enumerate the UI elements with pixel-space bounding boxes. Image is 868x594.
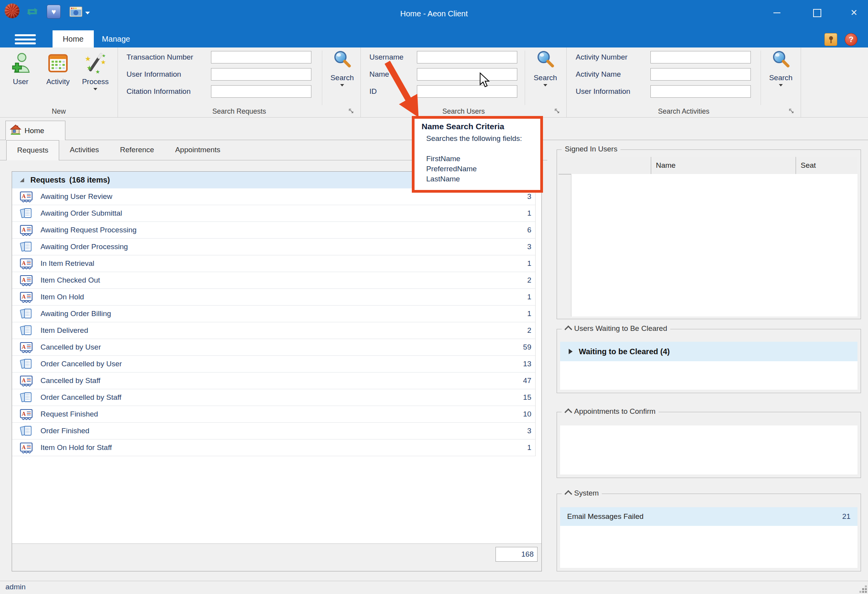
list-item[interactable]: Order Finished 3 [12,423,535,439]
chevron-down-icon [85,12,90,14]
svg-text:★: ★ [85,55,91,63]
list-item[interactable]: Order Cancelled by User 13 [12,356,535,373]
new-activity-button[interactable]: Activity [42,51,74,90]
resize-grip[interactable] [865,591,867,593]
ribbon-tab-manage[interactable]: Manage [94,30,138,47]
list-item[interactable]: A Request Finished 10 [12,406,535,423]
collapse-triangle-icon [20,178,24,182]
svg-text:★: ★ [95,69,100,74]
users-waiting-title: Users Waiting to Be Cleared [574,324,667,333]
document-tab-label: Home [25,127,44,135]
waiting-group-row[interactable]: Waiting to be Cleared (4) [560,342,857,361]
activity-name-input[interactable] [650,68,751,81]
sync-icon[interactable] [26,5,39,19]
id-input[interactable] [417,85,517,98]
request-icon: A [20,341,33,353]
list-item[interactable]: A Item On Hold 1 [12,289,535,306]
list-item[interactable]: A In Item Retrieval 1 [12,255,535,272]
search-requests-button[interactable]: Search [324,49,360,107]
svg-text:A: A [22,227,26,233]
order-icon [20,425,33,437]
tab-appointments[interactable]: Appointments [165,140,231,160]
minimize-button[interactable] [768,4,786,22]
svg-text:A: A [22,277,26,283]
dialog-launcher-icon[interactable] [348,108,355,115]
ribbon-group-label: Search Requests [118,107,360,116]
appointments-title: Appointments to Confirm [574,407,655,416]
help-icon[interactable]: ? [845,33,857,46]
seat-column-header[interactable]: Seat [796,157,857,174]
search-users-button[interactable]: Search [527,49,563,107]
callout-subtitle: Searches the following fields: [426,134,540,143]
tab-activities[interactable]: Activities [59,140,109,160]
dialog-launcher-icon[interactable] [554,108,561,115]
email-messages-failed-row[interactable]: Email Messages Failed 21 [560,507,857,526]
callout-title: Name Search Criteria [422,122,540,131]
total-count-box: 168 [495,547,538,562]
request-icon: A [20,291,33,303]
search-icon [332,49,352,71]
new-user-button[interactable]: User [5,51,37,90]
ribbon-group-label: Search Activities [567,107,801,116]
username-input[interactable] [417,51,517,63]
field-label: Activity Name [576,70,650,79]
field-label: Transaction Number [127,53,211,62]
name-column-header[interactable]: Name [651,157,796,174]
ribbon-tab-home[interactable]: Home [53,30,94,47]
list-item[interactable]: A Awaiting Request Processing 6 [12,222,535,239]
document-tab-home[interactable]: Home [5,121,65,140]
chevron-down-icon [779,84,783,86]
close-button[interactable]: ✕ [845,4,863,22]
list-item[interactable]: Order Cancelled by Staff 15 [12,389,535,406]
window-title: Home - Aeon Client [0,0,868,30]
dialog-launcher-icon[interactable] [788,108,795,115]
search-activities-button[interactable]: Search [763,49,799,107]
activity-user-information-input[interactable] [650,85,751,98]
expand-triangle-icon [569,349,573,354]
list-footer: 168 [12,543,541,571]
collapse-chevron-icon[interactable] [564,490,572,498]
requests-group-count: (168 items) [69,176,110,185]
order-icon [20,207,33,220]
new-process-button[interactable]: ★ ★ ★ ★ ★ Process [79,51,111,90]
collapse-chevron-icon[interactable] [564,408,572,416]
order-icon [20,308,33,320]
collapse-chevron-icon[interactable] [564,325,572,333]
indicator-column-header[interactable] [559,157,651,174]
list-item[interactable]: A Item On Hold for Staff 1 [12,439,535,456]
user-information-input[interactable] [211,68,311,81]
list-item[interactable]: Awaiting Order Billing 1 [12,306,535,322]
system-title: System [574,489,599,497]
tab-requests[interactable]: Requests [6,140,59,160]
magic-wand-icon: ★ ★ ★ ★ ★ [84,51,107,76]
ribbon: User [0,47,868,118]
list-item[interactable]: Item Delivered 2 [12,322,535,339]
list-item[interactable]: A Item Checked Out 2 [12,272,535,289]
hamburger-menu-icon[interactable] [15,33,36,45]
transaction-number-input[interactable] [211,51,311,63]
title-bar: Home - Aeon Client ♥ ✕ [0,0,868,30]
tab-reference[interactable]: Reference [109,140,165,160]
field-label: User Information [576,87,650,96]
maximize-button[interactable] [808,4,826,22]
svg-text:★: ★ [86,64,92,72]
activity-number-input[interactable] [650,51,751,63]
list-item[interactable]: A Cancelled by Staff 47 [12,373,535,389]
logged-in-user: admin [5,583,26,591]
chevron-down-icon [93,88,97,90]
email-messages-failed-label: Email Messages Failed [567,512,643,521]
citation-information-input[interactable] [211,85,311,98]
callout-field: PreferredName [426,164,540,174]
name-input[interactable] [417,68,517,81]
list-item[interactable]: A Cancelled by User 59 [12,339,535,356]
aeon-app-icon[interactable]: ♥ [47,5,61,19]
home-icon [10,124,21,137]
aeon-logo-icon [5,4,19,18]
list-item[interactable]: Awaiting Order Submittal 1 [12,205,535,222]
ribbon-group-search-users: Username Name ID Search Search Users [361,47,567,117]
pin-panel-icon[interactable] [824,33,837,46]
list-item[interactable]: Awaiting Order Processing 3 [12,239,535,255]
window-menu-icon[interactable] [69,5,90,19]
field-label: Name [369,70,417,79]
add-user-icon [9,51,32,76]
